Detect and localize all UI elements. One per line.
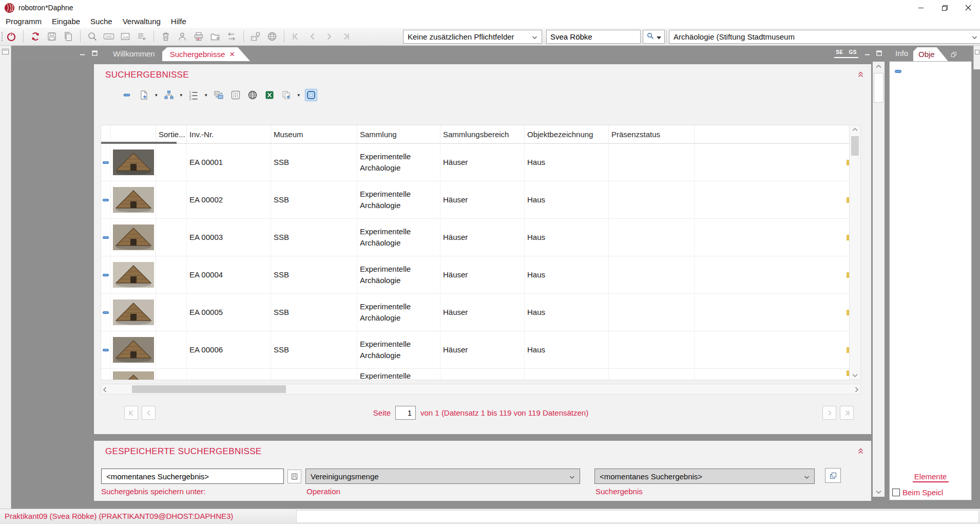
dropdown-caret-icon[interactable]: ▾ [180, 92, 183, 98]
layout-icon[interactable] [213, 89, 225, 101]
save-name-input[interactable] [101, 469, 284, 484]
scrollbar-thumb[interactable] [132, 385, 286, 393]
table-row[interactable]: Experimentelle [101, 369, 860, 380]
numbered-list-icon[interactable]: 123 [187, 89, 200, 101]
save-icon[interactable] [45, 30, 59, 43]
nav-next-icon[interactable] [322, 30, 336, 43]
panel-restore-icon[interactable] [2, 47, 9, 57]
table-row[interactable]: EA 00003SSBExperimentelle ArchäologieHäu… [101, 219, 860, 256]
main-vertical-scrollbar[interactable] [873, 62, 885, 497]
refresh-icon[interactable] [29, 30, 42, 43]
scrollbar-thumb[interactable] [874, 73, 883, 103]
column-header-sammlung[interactable]: Sammlung [357, 125, 440, 143]
nav-first-icon[interactable] [290, 30, 303, 43]
globe-icon[interactable] [265, 30, 279, 43]
scrollbar-thumb[interactable] [851, 136, 859, 156]
dropdown-caret-icon[interactable]: ▾ [298, 92, 300, 98]
menu-eingabe[interactable]: Eingabe [47, 15, 85, 28]
panel-restore-icon[interactable] [975, 47, 979, 57]
se-gs-labels[interactable]: SE GS [834, 49, 858, 58]
table-row[interactable]: EA 00004SSBExperimentelle ArchäologieHäu… [101, 256, 860, 294]
menu-suche[interactable]: Suche [85, 15, 118, 28]
table-horizontal-scrollbar[interactable] [101, 384, 861, 395]
delete-icon[interactable] [159, 30, 172, 43]
row-collapse-handle-icon[interactable] [103, 274, 109, 276]
scroll-right-icon[interactable] [855, 386, 859, 395]
scroll-down-icon[interactable] [873, 490, 885, 494]
user-search-input[interactable] [547, 32, 640, 41]
scroll-up-icon[interactable] [850, 127, 860, 132]
hierarchy-icon[interactable] [163, 89, 175, 101]
folder-add-icon[interactable] [208, 30, 222, 43]
tab-willkommen[interactable]: Willkommen [106, 46, 162, 61]
column-header-inv[interactable]: Inv.-Nr. [187, 125, 271, 143]
scroll-down-icon[interactable] [850, 373, 860, 378]
dropdown-caret-icon[interactable]: ▾ [205, 92, 207, 98]
table-row[interactable]: EA 00006SSBExperimentelle ArchäologieHäu… [101, 331, 860, 369]
column-header-museum[interactable]: Museum [271, 125, 357, 143]
panel-minimize-icon[interactable] [864, 49, 870, 58]
close-icon[interactable] [956, 0, 980, 15]
globe-dark-icon[interactable] [246, 89, 259, 101]
collapsed-left-panel-strip[interactable] [0, 46, 11, 509]
column-header-praesenz[interactable]: Präsenzstatus [609, 125, 695, 143]
grid-icon[interactable] [229, 89, 242, 101]
combine-results-button[interactable] [825, 468, 841, 483]
restore-icon[interactable] [933, 0, 956, 15]
excel-icon[interactable] [263, 89, 276, 101]
list-add-icon[interactable] [135, 30, 148, 43]
menu-verwaltung[interactable]: Verwaltung [118, 15, 166, 28]
page-last-icon[interactable] [840, 406, 854, 420]
nav-prev-icon[interactable] [306, 30, 319, 43]
beim-speichern-checkbox[interactable] [892, 489, 900, 496]
row-collapse-handle-icon[interactable] [103, 199, 109, 201]
search-split-button[interactable] [643, 30, 665, 44]
save-result-button[interactable] [287, 470, 301, 483]
menu-programm[interactable]: Programm [1, 15, 47, 28]
tab-objekt[interactable]: Obje [913, 47, 948, 61]
search-icon[interactable] [86, 30, 99, 43]
row-collapse-handle-icon[interactable] [103, 311, 109, 314]
pflichtfelder-dropdown[interactable]: Keine zusätzlichen Pflichtfelder [403, 30, 542, 44]
copy-icon[interactable] [62, 30, 75, 43]
swap-icon[interactable] [225, 30, 238, 43]
tabgroup-maximize-icon[interactable] [92, 49, 98, 58]
scroll-up-icon[interactable] [873, 64, 885, 68]
power-icon[interactable] [5, 30, 18, 43]
gnd-icon[interactable]: GND [102, 30, 116, 43]
view-mode-icon[interactable] [305, 89, 317, 101]
dropdown-caret-icon[interactable]: ▾ [155, 92, 158, 98]
table-row[interactable]: EA 00002SSBExperimentelle ArchäologieHäu… [101, 181, 860, 219]
column-header-sort[interactable]: Sortie... [156, 125, 187, 143]
copy-add-icon[interactable] [280, 89, 293, 101]
tabgroup-minimize-icon[interactable] [80, 49, 85, 58]
page-next-icon[interactable] [822, 406, 836, 420]
collapse-minus-icon[interactable] [121, 89, 133, 101]
collapse-section-icon[interactable] [857, 447, 864, 457]
nav-last-icon[interactable] [339, 30, 352, 43]
scroll-left-icon[interactable] [103, 386, 107, 395]
column-header-objekt[interactable]: Objektbezeichnung [525, 125, 609, 143]
menu-hilfe[interactable]: Hilfe [166, 15, 191, 28]
person-icon[interactable] [176, 30, 189, 43]
minimize-icon[interactable] [909, 0, 933, 15]
column-header-bereich[interactable]: Sammlungsbereich [440, 125, 525, 143]
context-dropdown[interactable]: Archäologie (Stiftung Stadtmuseum [669, 30, 980, 44]
row-collapse-handle-icon[interactable] [103, 161, 109, 164]
panel-maximize-icon[interactable] [876, 49, 882, 58]
print-icon[interactable] [192, 30, 205, 43]
row-collapse-handle-icon[interactable] [103, 236, 109, 239]
close-tab-icon[interactable]: × [229, 50, 235, 59]
image-icon[interactable] [119, 30, 132, 43]
tab-info[interactable]: Info [895, 46, 908, 61]
multimedia-icon[interactable] [249, 30, 262, 43]
toolbar-grip[interactable] [1, 31, 3, 42]
page-number-input[interactable] [395, 406, 416, 420]
saved-result-dropdown[interactable]: <momentanes Suchergebnis> [594, 469, 815, 484]
table-row[interactable]: EA 00005SSBExperimentelle ArchäologieHäu… [101, 294, 860, 331]
collapse-section-icon[interactable] [857, 71, 864, 80]
table-row[interactable]: EA 00001SSBExperimentelle ArchäologieHäu… [101, 144, 860, 181]
collapsed-right-panel-strip[interactable] [973, 46, 980, 69]
operation-dropdown[interactable]: Vereinigungsmenge [305, 469, 580, 484]
collapse-handle-icon[interactable] [895, 66, 901, 75]
